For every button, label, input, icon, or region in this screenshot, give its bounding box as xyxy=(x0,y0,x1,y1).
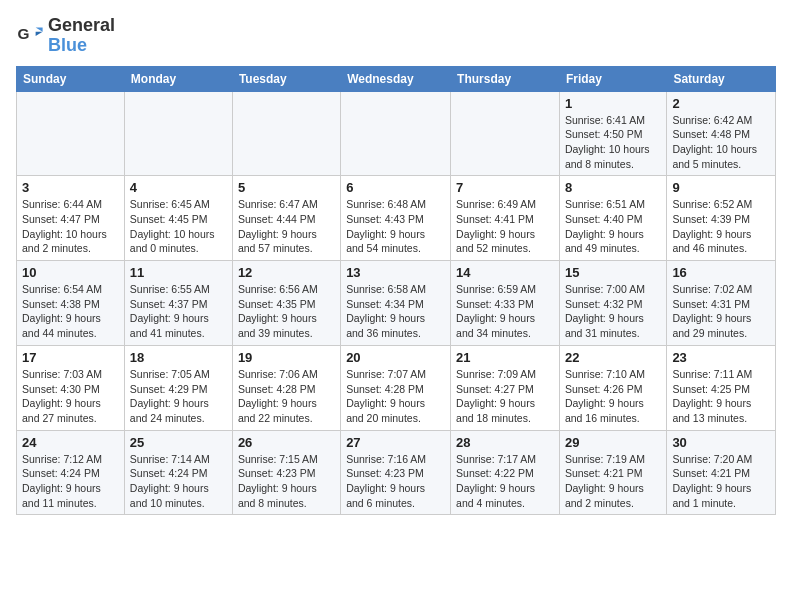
day-number: 28 xyxy=(456,435,554,450)
logo: G General Blue xyxy=(16,16,115,56)
calendar-week-row: 3Sunrise: 6:44 AM Sunset: 4:47 PM Daylig… xyxy=(17,176,776,261)
page-header: G General Blue xyxy=(16,16,776,56)
calendar-cell: 6Sunrise: 6:48 AM Sunset: 4:43 PM Daylig… xyxy=(341,176,451,261)
day-number: 6 xyxy=(346,180,445,195)
calendar-cell: 25Sunrise: 7:14 AM Sunset: 4:24 PM Dayli… xyxy=(124,430,232,515)
calendar-cell: 12Sunrise: 6:56 AM Sunset: 4:35 PM Dayli… xyxy=(232,261,340,346)
calendar-cell: 26Sunrise: 7:15 AM Sunset: 4:23 PM Dayli… xyxy=(232,430,340,515)
day-info: Sunrise: 7:06 AM Sunset: 4:28 PM Dayligh… xyxy=(238,367,335,426)
day-number: 7 xyxy=(456,180,554,195)
day-number: 2 xyxy=(672,96,770,111)
calendar-cell: 17Sunrise: 7:03 AM Sunset: 4:30 PM Dayli… xyxy=(17,345,125,430)
calendar-week-row: 10Sunrise: 6:54 AM Sunset: 4:38 PM Dayli… xyxy=(17,261,776,346)
calendar-cell xyxy=(17,91,125,176)
calendar-cell xyxy=(341,91,451,176)
calendar-cell: 16Sunrise: 7:02 AM Sunset: 4:31 PM Dayli… xyxy=(667,261,776,346)
calendar-cell: 30Sunrise: 7:20 AM Sunset: 4:21 PM Dayli… xyxy=(667,430,776,515)
day-info: Sunrise: 7:15 AM Sunset: 4:23 PM Dayligh… xyxy=(238,452,335,511)
day-info: Sunrise: 6:44 AM Sunset: 4:47 PM Dayligh… xyxy=(22,197,119,256)
calendar-cell: 19Sunrise: 7:06 AM Sunset: 4:28 PM Dayli… xyxy=(232,345,340,430)
day-number: 22 xyxy=(565,350,661,365)
calendar-cell: 3Sunrise: 6:44 AM Sunset: 4:47 PM Daylig… xyxy=(17,176,125,261)
day-info: Sunrise: 6:41 AM Sunset: 4:50 PM Dayligh… xyxy=(565,113,661,172)
svg-marker-1 xyxy=(36,27,43,31)
day-number: 24 xyxy=(22,435,119,450)
logo-line2: Blue xyxy=(48,36,115,56)
weekday-header: Monday xyxy=(124,66,232,91)
calendar-cell: 1Sunrise: 6:41 AM Sunset: 4:50 PM Daylig… xyxy=(559,91,666,176)
calendar-cell: 8Sunrise: 6:51 AM Sunset: 4:40 PM Daylig… xyxy=(559,176,666,261)
day-number: 16 xyxy=(672,265,770,280)
day-info: Sunrise: 6:58 AM Sunset: 4:34 PM Dayligh… xyxy=(346,282,445,341)
day-info: Sunrise: 7:17 AM Sunset: 4:22 PM Dayligh… xyxy=(456,452,554,511)
day-info: Sunrise: 7:10 AM Sunset: 4:26 PM Dayligh… xyxy=(565,367,661,426)
day-info: Sunrise: 6:54 AM Sunset: 4:38 PM Dayligh… xyxy=(22,282,119,341)
day-info: Sunrise: 6:48 AM Sunset: 4:43 PM Dayligh… xyxy=(346,197,445,256)
calendar-cell: 2Sunrise: 6:42 AM Sunset: 4:48 PM Daylig… xyxy=(667,91,776,176)
day-info: Sunrise: 6:49 AM Sunset: 4:41 PM Dayligh… xyxy=(456,197,554,256)
day-number: 1 xyxy=(565,96,661,111)
day-info: Sunrise: 6:55 AM Sunset: 4:37 PM Dayligh… xyxy=(130,282,227,341)
day-number: 29 xyxy=(565,435,661,450)
day-info: Sunrise: 7:16 AM Sunset: 4:23 PM Dayligh… xyxy=(346,452,445,511)
day-number: 23 xyxy=(672,350,770,365)
calendar-week-row: 1Sunrise: 6:41 AM Sunset: 4:50 PM Daylig… xyxy=(17,91,776,176)
day-number: 18 xyxy=(130,350,227,365)
day-info: Sunrise: 6:42 AM Sunset: 4:48 PM Dayligh… xyxy=(672,113,770,172)
calendar-cell: 9Sunrise: 6:52 AM Sunset: 4:39 PM Daylig… xyxy=(667,176,776,261)
calendar-cell: 15Sunrise: 7:00 AM Sunset: 4:32 PM Dayli… xyxy=(559,261,666,346)
day-number: 27 xyxy=(346,435,445,450)
weekday-header: Wednesday xyxy=(341,66,451,91)
calendar-cell: 10Sunrise: 6:54 AM Sunset: 4:38 PM Dayli… xyxy=(17,261,125,346)
weekday-header: Tuesday xyxy=(232,66,340,91)
calendar-cell xyxy=(124,91,232,176)
day-info: Sunrise: 6:56 AM Sunset: 4:35 PM Dayligh… xyxy=(238,282,335,341)
day-number: 10 xyxy=(22,265,119,280)
day-info: Sunrise: 7:05 AM Sunset: 4:29 PM Dayligh… xyxy=(130,367,227,426)
calendar-cell xyxy=(451,91,560,176)
calendar-cell: 18Sunrise: 7:05 AM Sunset: 4:29 PM Dayli… xyxy=(124,345,232,430)
weekday-header: Thursday xyxy=(451,66,560,91)
day-info: Sunrise: 7:07 AM Sunset: 4:28 PM Dayligh… xyxy=(346,367,445,426)
day-info: Sunrise: 7:19 AM Sunset: 4:21 PM Dayligh… xyxy=(565,452,661,511)
day-info: Sunrise: 6:51 AM Sunset: 4:40 PM Dayligh… xyxy=(565,197,661,256)
day-info: Sunrise: 7:02 AM Sunset: 4:31 PM Dayligh… xyxy=(672,282,770,341)
calendar-cell: 24Sunrise: 7:12 AM Sunset: 4:24 PM Dayli… xyxy=(17,430,125,515)
day-info: Sunrise: 7:20 AM Sunset: 4:21 PM Dayligh… xyxy=(672,452,770,511)
day-info: Sunrise: 6:45 AM Sunset: 4:45 PM Dayligh… xyxy=(130,197,227,256)
day-info: Sunrise: 7:14 AM Sunset: 4:24 PM Dayligh… xyxy=(130,452,227,511)
day-number: 30 xyxy=(672,435,770,450)
calendar-cell: 7Sunrise: 6:49 AM Sunset: 4:41 PM Daylig… xyxy=(451,176,560,261)
calendar-header-row: SundayMondayTuesdayWednesdayThursdayFrid… xyxy=(17,66,776,91)
day-number: 17 xyxy=(22,350,119,365)
logo-line1: General xyxy=(48,16,115,36)
day-info: Sunrise: 7:09 AM Sunset: 4:27 PM Dayligh… xyxy=(456,367,554,426)
day-number: 8 xyxy=(565,180,661,195)
day-info: Sunrise: 6:59 AM Sunset: 4:33 PM Dayligh… xyxy=(456,282,554,341)
day-number: 12 xyxy=(238,265,335,280)
calendar-week-row: 24Sunrise: 7:12 AM Sunset: 4:24 PM Dayli… xyxy=(17,430,776,515)
day-number: 14 xyxy=(456,265,554,280)
day-info: Sunrise: 7:03 AM Sunset: 4:30 PM Dayligh… xyxy=(22,367,119,426)
calendar-cell: 27Sunrise: 7:16 AM Sunset: 4:23 PM Dayli… xyxy=(341,430,451,515)
day-info: Sunrise: 6:47 AM Sunset: 4:44 PM Dayligh… xyxy=(238,197,335,256)
day-number: 3 xyxy=(22,180,119,195)
day-number: 9 xyxy=(672,180,770,195)
calendar-week-row: 17Sunrise: 7:03 AM Sunset: 4:30 PM Dayli… xyxy=(17,345,776,430)
calendar-cell: 11Sunrise: 6:55 AM Sunset: 4:37 PM Dayli… xyxy=(124,261,232,346)
svg-marker-2 xyxy=(36,32,43,36)
calendar-cell: 14Sunrise: 6:59 AM Sunset: 4:33 PM Dayli… xyxy=(451,261,560,346)
calendar-cell: 13Sunrise: 6:58 AM Sunset: 4:34 PM Dayli… xyxy=(341,261,451,346)
weekday-header: Saturday xyxy=(667,66,776,91)
day-number: 19 xyxy=(238,350,335,365)
calendar-cell: 21Sunrise: 7:09 AM Sunset: 4:27 PM Dayli… xyxy=(451,345,560,430)
day-info: Sunrise: 7:12 AM Sunset: 4:24 PM Dayligh… xyxy=(22,452,119,511)
day-number: 11 xyxy=(130,265,227,280)
day-number: 26 xyxy=(238,435,335,450)
weekday-header: Friday xyxy=(559,66,666,91)
calendar-cell: 22Sunrise: 7:10 AM Sunset: 4:26 PM Dayli… xyxy=(559,345,666,430)
logo-icon: G xyxy=(16,22,44,50)
day-number: 15 xyxy=(565,265,661,280)
day-info: Sunrise: 7:11 AM Sunset: 4:25 PM Dayligh… xyxy=(672,367,770,426)
weekday-header: Sunday xyxy=(17,66,125,91)
